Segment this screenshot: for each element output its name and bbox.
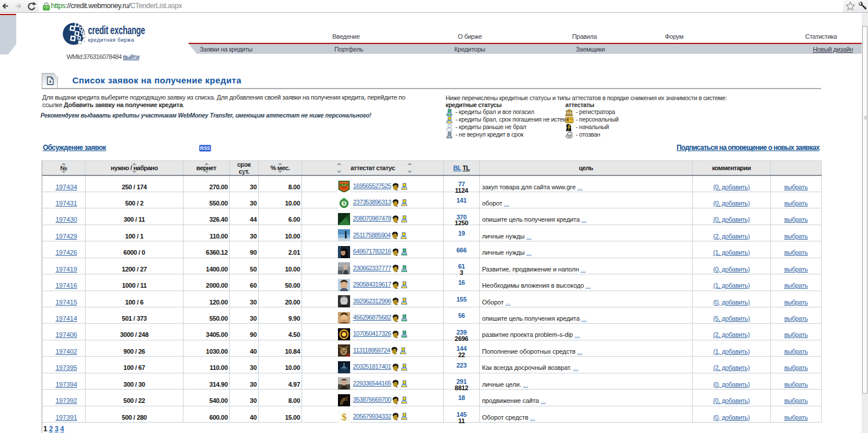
svg-text:Sredsta: Sredsta [341, 184, 347, 186]
svg-text:$: $ [343, 201, 345, 206]
svg-text:$: $ [341, 412, 347, 423]
